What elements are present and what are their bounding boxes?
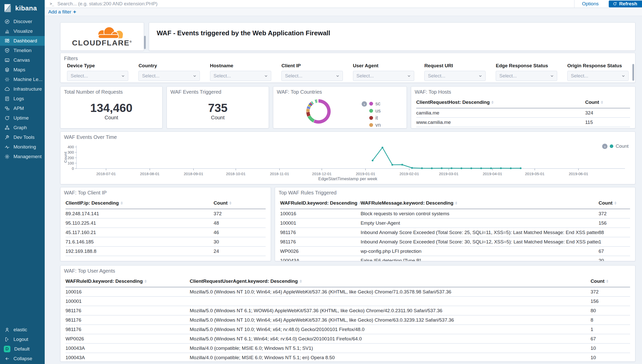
filter-country: CountrySelect... <box>138 63 200 81</box>
sidebar-item-collapse[interactable]: Collapse <box>0 354 45 363</box>
table-cell: www.camilia.me <box>416 118 585 127</box>
cloudflare-wordmark: CLOUDFLARE® <box>72 39 132 47</box>
sidebar-item-logs[interactable]: Logs <box>0 94 45 104</box>
sidebar-item-canvas[interactable]: Canvas <box>0 55 45 65</box>
table-row: 981176Inbound Anomaly Score Exceeded (To… <box>280 228 630 237</box>
svg-text:400: 400 <box>68 145 74 149</box>
timelion-icon <box>5 48 10 53</box>
origin-response-status-select[interactable]: Select... <box>567 71 629 81</box>
options-button[interactable]: Options <box>574 0 606 8</box>
sort-icon[interactable] <box>120 201 123 206</box>
svg-text:2019-02-01: 2019-02-01 <box>399 172 419 176</box>
sidebar-item-graph[interactable]: Graph <box>0 123 45 133</box>
table-cell: 156 <box>590 296 630 306</box>
sort-icon[interactable] <box>491 100 494 105</box>
add-filter-link[interactable]: Add a filter <box>48 9 71 15</box>
sidebar-item-label: Collapse <box>13 356 32 361</box>
column-header-count[interactable]: Count <box>214 199 266 209</box>
refresh-button[interactable]: Refresh <box>609 1 642 7</box>
table-cell: 156 <box>599 218 630 228</box>
sidebar-item-discover[interactable]: Discover <box>0 17 45 26</box>
sidebar-item-machine-le[interactable]: Machine Le... <box>0 75 45 84</box>
top-hosts-panel: WAF: Top Hosts ClientRequestHost: Descen… <box>411 86 635 128</box>
sort-icon[interactable] <box>299 279 302 284</box>
column-header-count[interactable]: Count <box>590 277 630 287</box>
legend-item-it[interactable]: it <box>369 115 381 121</box>
kibana-logo-icon <box>3 4 12 13</box>
scrollbar-thumb[interactable] <box>144 36 146 49</box>
table-cell: wp-config.php LFI protection <box>361 246 599 256</box>
column-header-clientip-ip-descending[interactable]: ClientIP.ip: Descending <box>66 199 214 209</box>
sidebar-item-management[interactable]: Management <box>0 152 45 161</box>
legend-item-us[interactable]: us <box>369 108 381 114</box>
filter-bar: Add a filter + <box>45 8 642 16</box>
chevron-down-icon <box>407 74 411 78</box>
sort-icon[interactable] <box>601 100 603 105</box>
table-cell: 100016 <box>280 209 361 218</box>
column-header-wafruleid-keyword-descending[interactable]: WAFRuleID.keyword: Descending <box>280 199 361 209</box>
select-placeholder: Select... <box>357 73 374 79</box>
sort-icon[interactable] <box>229 201 232 206</box>
panel-title: WAF: Top Countries <box>273 87 407 96</box>
table-cell: Mozilla/5.0 (Windows NT 6.1; Win64; x64;… <box>190 334 590 343</box>
table-row: 981176Mozilla/5.0 (Windows NT 10.0; Win6… <box>66 325 630 334</box>
column-header-wafrulemessage-keyword-descending[interactable]: WAFRuleMessage.keyword: Descending <box>361 199 599 209</box>
sidebar-item-apm[interactable]: APM <box>0 104 45 113</box>
dashboard-icon <box>5 38 10 43</box>
edge-response-status-select[interactable]: Select... <box>496 71 557 81</box>
country-select[interactable]: Select... <box>138 71 200 81</box>
sidebar-item-uptime[interactable]: Uptime <box>0 113 45 123</box>
countries-donut-chart[interactable] <box>306 99 331 124</box>
sort-icon[interactable] <box>144 279 147 284</box>
sidebar-item-infrastructure[interactable]: Infrastructure <box>0 84 45 94</box>
table-cell: Inbound Anomaly Score Exceeded (Total Sc… <box>361 237 599 246</box>
maps-icon <box>5 67 10 72</box>
table-cell: 80 <box>590 306 630 315</box>
sidebar-item-default[interactable]: DDefault <box>0 344 45 354</box>
kibana-logo[interactable]: kibana <box>0 0 45 17</box>
sidebar-item-label: Monitoring <box>13 144 36 150</box>
table-cell: Mozilla/5.0 (Windows NT 10.0; Win64; x64… <box>190 325 590 334</box>
panel-title: Top WAF Rules Triggered <box>275 187 635 197</box>
hostname-select[interactable]: Select... <box>210 71 271 81</box>
table-cell: 45.117.160.21 <box>66 228 214 237</box>
sidebar-item-maps[interactable]: Maps <box>0 65 45 75</box>
sort-icon[interactable] <box>606 279 609 284</box>
legend-item-sc[interactable]: sc <box>369 101 381 107</box>
table-row: camilia.me324 <box>416 108 630 118</box>
legend-item-vn[interactable]: vn <box>369 122 381 128</box>
table-cell: camilia.me <box>416 108 585 118</box>
sidebar-item-visualize[interactable]: Visualize <box>0 26 45 36</box>
table-cell: 89.248.174.141 <box>66 209 214 218</box>
sidebar-item-elastic[interactable]: elastic <box>0 325 45 335</box>
sort-icon[interactable] <box>455 201 458 206</box>
search-input[interactable] <box>57 1 574 7</box>
table-cell: 48 <box>214 218 266 228</box>
user-agent-select[interactable]: Select... <box>353 71 414 81</box>
sidebar-item-dashboard[interactable]: Dashboard <box>0 36 45 46</box>
column-header-clientrequesthost-descending[interactable]: ClientRequestHost: Descending <box>416 98 585 108</box>
table-cell: 100043A <box>66 343 190 353</box>
legend-toggle-icon[interactable]: › <box>362 101 367 107</box>
sidebar-item-monitoring[interactable]: Monitoring <box>0 142 45 152</box>
column-header-clientrequestuseragent-keyword-descending[interactable]: ClientRequestUserAgent.keyword: Descendi… <box>190 277 590 287</box>
sidebar-item-dev-tools[interactable]: Dev Tools <box>0 133 45 142</box>
sort-icon[interactable] <box>614 201 617 206</box>
request-uri-select[interactable]: Select... <box>424 71 486 81</box>
scrollbar-thumb[interactable] <box>632 64 634 81</box>
table-row: 100043AMozilla/4.0 (compatible; MSIE 6.0… <box>66 353 630 362</box>
column-header-count[interactable]: Count <box>599 199 630 209</box>
client-ip-select[interactable]: Select... <box>281 71 343 81</box>
logs-icon <box>5 96 10 101</box>
column-header-wafruleid-keyword-descending[interactable]: WAFRuleID.keyword: Descending <box>66 277 190 287</box>
management-icon <box>5 154 10 159</box>
top-search-bar: >_ Options Refresh <box>45 0 642 8</box>
table-cell: 1 <box>599 237 630 246</box>
device-type-select[interactable]: Select... <box>67 71 128 81</box>
top-waf-rules-panel: Top WAF Rules Triggered WAFRuleID.keywor… <box>275 187 635 261</box>
plus-icon[interactable]: + <box>73 9 76 15</box>
column-header-count[interactable]: Count <box>585 98 630 108</box>
sidebar-item-timelion[interactable]: Timelion <box>0 46 45 55</box>
infrastructure-icon <box>5 87 10 92</box>
sidebar-item-logout[interactable]: Logout <box>0 335 45 344</box>
